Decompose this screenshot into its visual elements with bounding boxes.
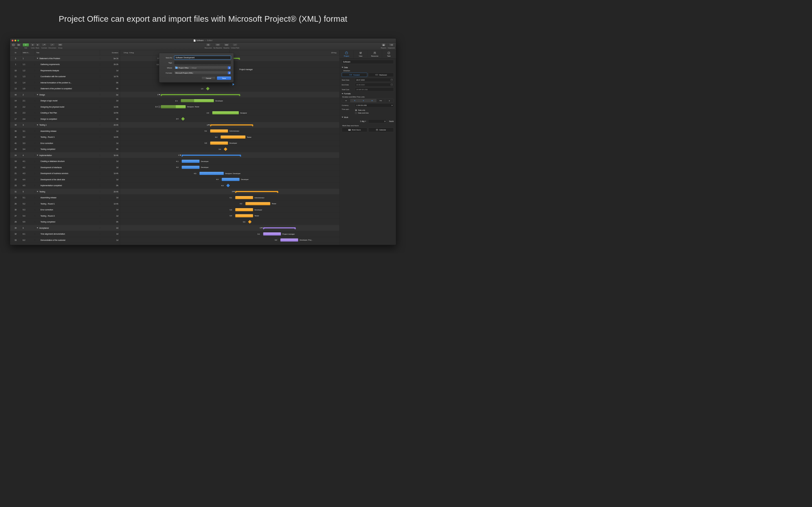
tab-project[interactable]: Project	[340, 50, 354, 59]
gantt-bar[interactable]	[236, 196, 253, 199]
table-row[interactable]: 442Design1w	[10, 92, 120, 98]
minimize-window-icon[interactable]	[15, 40, 16, 41]
unit-mo[interactable]: mo	[376, 99, 385, 102]
group-button[interactable]	[57, 43, 63, 47]
gantt-bar[interactable]	[200, 172, 224, 175]
set-baseline-button[interactable]	[215, 43, 220, 47]
section-work[interactable]: Work	[342, 116, 394, 119]
gantt-summary-bar[interactable]	[210, 124, 253, 126]
table-row[interactable]: 214.3Development of business services1d …	[10, 170, 120, 177]
gantt-milestone[interactable]	[226, 184, 230, 187]
section-data[interactable]: Data	[342, 66, 394, 69]
chevron-down-icon[interactable]	[37, 155, 38, 156]
redo-button[interactable]	[36, 43, 40, 47]
close-window-icon[interactable]	[12, 40, 13, 41]
critical-path-button[interactable]	[233, 43, 238, 47]
save-button[interactable]: Save	[217, 76, 231, 80]
chevron-down-icon[interactable]	[37, 227, 38, 228]
table-row[interactable]: 255.1Assembling release1d	[10, 194, 120, 201]
table-row[interactable]: 234.5Implementation completed0h	[10, 182, 120, 189]
table-row[interactable]: 142.1Design a logic model2d	[10, 98, 120, 104]
gantt-bar[interactable]	[263, 232, 281, 235]
work-hours-button[interactable]: 24:00Work Hours	[342, 128, 367, 132]
gantt-summary-bar[interactable]	[236, 191, 278, 192]
gantt-bar[interactable]	[210, 142, 228, 145]
col-id[interactable]: ID	[10, 50, 21, 55]
section-formats[interactable]: Formats	[342, 93, 394, 95]
connect-button[interactable]	[42, 43, 47, 47]
col-duration[interactable]: Duration	[100, 50, 120, 55]
col-wbs[interactable]: WBS N...	[21, 50, 35, 55]
time-opt-date-only[interactable]: Date only	[355, 109, 394, 111]
gantt-bar[interactable]	[181, 99, 214, 102]
chevron-down-icon[interactable]	[37, 58, 38, 59]
direction-backward-button[interactable]: Backward	[368, 73, 394, 77]
table-row[interactable]: 101.2Requirements Analysis1d	[10, 68, 120, 74]
gantt-bar[interactable]	[236, 208, 253, 211]
currency-select[interactable]: 1 234.56 US$▾	[355, 104, 394, 107]
calendar-button[interactable]: Calendar	[368, 128, 394, 132]
gantt-milestone[interactable]	[224, 147, 227, 151]
playhead-icon[interactable]	[233, 83, 234, 86]
chevron-down-icon[interactable]	[37, 191, 38, 192]
cancel-button[interactable]: Cancel	[202, 76, 216, 80]
table-row[interactable]: 01Statement of the Problem1w 1h	[10, 55, 120, 62]
table-row[interactable]: 285.5Testing completed0h	[10, 219, 120, 225]
tab-resource[interactable]: Resource	[368, 50, 382, 59]
gantt-summary-bar[interactable]	[263, 227, 296, 228]
unit-y[interactable]: y	[385, 99, 394, 102]
gantt-bar[interactable]	[246, 202, 270, 205]
gantt-bar[interactable]	[221, 135, 246, 138]
table-row[interactable]: 383Testing 12d 4h	[10, 122, 120, 128]
gantt-milestone[interactable]	[181, 117, 185, 121]
format-select[interactable]: Microsoft Project (XML)▴▾	[174, 71, 231, 75]
gantt-bar[interactable]	[161, 105, 186, 108]
table-row[interactable]: 326.1Time alignment demonstration1d	[10, 231, 120, 237]
table-row[interactable]: 265.2Testing - Round 11d 4h	[10, 201, 120, 207]
gantt-bar[interactable]	[281, 238, 298, 242]
resources-button[interactable]	[206, 43, 211, 47]
add-button[interactable]: +	[22, 43, 29, 47]
table-row[interactable]: 121.4Internal formulation of the problem…	[10, 80, 120, 86]
save-as-input[interactable]	[174, 56, 231, 60]
tab-view[interactable]: View	[354, 50, 368, 59]
zoom-window-icon[interactable]	[17, 40, 19, 41]
table-row[interactable]: 244Implementation3d 4h	[10, 152, 120, 159]
table-row[interactable]: 433.4Testing completed0h	[10, 146, 120, 152]
table-row[interactable]: 184.1Creating a database structure1d	[10, 158, 120, 165]
gantt-bar[interactable]	[210, 129, 228, 133]
gantt-milestone[interactable]	[206, 87, 210, 91]
table-row[interactable]: 172.4Design is completed0h	[10, 116, 120, 122]
disconnect-button[interactable]	[50, 43, 55, 47]
tags-input[interactable]	[174, 61, 231, 64]
table-row[interactable]: 204.2Development of interfaces1d	[10, 165, 120, 171]
hours-per-day-input[interactable]: 8	[368, 119, 387, 123]
gantt-milestone[interactable]	[248, 220, 252, 224]
table-row[interactable]: 224.4Development of the client side1d	[10, 177, 120, 183]
table-row[interactable]: 152.2Designing the physical model1d 4h	[10, 104, 120, 110]
gantt-bar[interactable]	[222, 178, 240, 181]
table-row[interactable]: 162.3Creating a Test Plan1d 5h	[10, 110, 120, 116]
table-row[interactable]: 336.2Demonstration of the customer1d	[10, 237, 120, 243]
chevron-down-icon[interactable]	[37, 124, 38, 126]
note-icon[interactable]	[158, 106, 160, 108]
inspectors-button[interactable]	[389, 43, 394, 47]
time-opt-date-time[interactable]: Date and time	[355, 112, 394, 114]
gantt-bar[interactable]	[182, 166, 200, 169]
undo-button[interactable]	[31, 43, 35, 47]
tab-task[interactable]: Task	[382, 50, 396, 59]
table-row[interactable]: 413.3Error correction1d	[10, 140, 120, 147]
table-row[interactable]: 131.5Statement of the problem is complet…	[10, 86, 120, 92]
reports-button[interactable]	[381, 43, 386, 47]
col-title[interactable]: Title	[35, 50, 100, 55]
table-row[interactable]: 275.4Testing - Round 21d	[10, 213, 120, 219]
gantt-bar[interactable]	[182, 160, 200, 163]
unit-d[interactable]: d	[359, 99, 368, 102]
table-row[interactable]: 111.3Coordination with the customer1d 7h	[10, 73, 120, 80]
unit-m[interactable]: m	[342, 99, 351, 102]
project-name-input[interactable]	[342, 60, 394, 64]
unit-w[interactable]: w	[368, 99, 376, 102]
table-row[interactable]: 393.1Assembling release1d	[10, 128, 120, 134]
view-button[interactable]	[11, 43, 16, 47]
baseline-button[interactable]	[223, 43, 229, 47]
